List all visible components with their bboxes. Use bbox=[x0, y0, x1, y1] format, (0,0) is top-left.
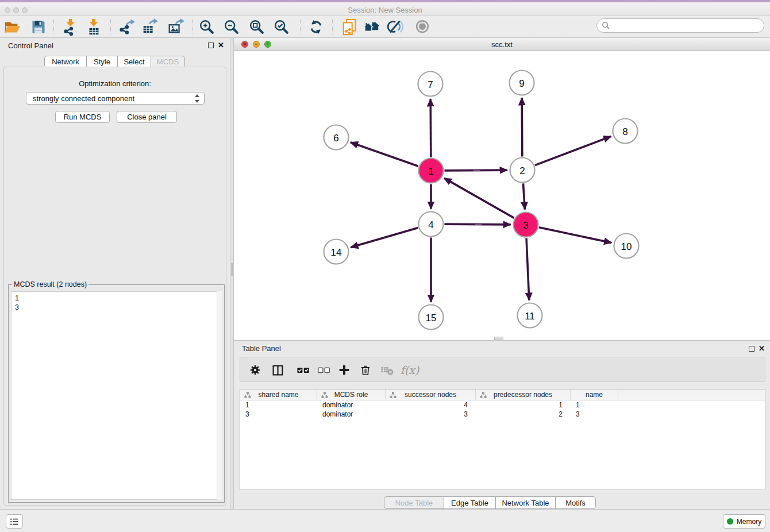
network-canvas[interactable]: 7968124314101511 bbox=[234, 51, 770, 340]
table-tab-motifs[interactable]: Motifs bbox=[556, 496, 596, 509]
column-header-predecessor-nodes[interactable]: predecessor nodes bbox=[476, 390, 571, 400]
node-label-1: 1 bbox=[428, 166, 433, 177]
select-all-icon[interactable] bbox=[294, 361, 313, 379]
edge-2-3[interactable] bbox=[523, 183, 525, 209]
table-panel-title: Table Panel bbox=[242, 344, 281, 353]
table-tab-edge-table[interactable]: Edge Table bbox=[444, 496, 496, 509]
node-label-15: 15 bbox=[426, 313, 437, 323]
network-graph[interactable]: 7968124314101511 bbox=[234, 51, 770, 340]
tab-select[interactable]: Select bbox=[118, 56, 151, 68]
tree-icon bbox=[390, 392, 396, 399]
import-table-icon[interactable] bbox=[84, 17, 103, 37]
float-panel-icon[interactable] bbox=[749, 346, 754, 352]
zoom-in-icon[interactable] bbox=[197, 17, 217, 37]
node-label-9: 9 bbox=[519, 78, 524, 89]
columns-icon[interactable] bbox=[268, 361, 287, 379]
tree-icon bbox=[321, 392, 328, 399]
memory-status-icon bbox=[727, 518, 733, 525]
toolbar-divider bbox=[53, 20, 54, 34]
zoom-selected-icon[interactable] bbox=[272, 17, 291, 37]
gear-icon[interactable] bbox=[246, 361, 264, 379]
new-network-from-selection-icon[interactable] bbox=[340, 17, 359, 37]
splitter-grip[interactable] bbox=[231, 263, 233, 276]
edge-4-14[interactable] bbox=[351, 228, 418, 248]
table-cell[interactable]: 1 bbox=[240, 400, 317, 410]
chevron-up-down-icon bbox=[194, 94, 201, 103]
window-titlebar: Session: New Session bbox=[0, 0, 770, 16]
tab-mcds[interactable]: MCDS bbox=[151, 56, 185, 68]
fit-content-icon[interactable] bbox=[247, 17, 267, 37]
close-panel-icon[interactable]: ✕ bbox=[218, 41, 224, 49]
table-cell[interactable]: dominator bbox=[317, 410, 386, 419]
search-input[interactable] bbox=[596, 18, 764, 33]
add-column-icon[interactable] bbox=[335, 361, 353, 379]
export-network-icon[interactable] bbox=[117, 17, 136, 37]
trash-icon[interactable] bbox=[356, 361, 375, 379]
save-icon[interactable] bbox=[29, 17, 48, 37]
edge-2-8[interactable] bbox=[535, 136, 611, 165]
edge-1-6[interactable] bbox=[351, 142, 418, 166]
network-overview-button[interactable] bbox=[6, 514, 23, 529]
function-builder-icon[interactable]: f(x) bbox=[401, 361, 419, 379]
table-toolbar: f(x) bbox=[240, 357, 765, 382]
import-network-icon[interactable] bbox=[61, 17, 80, 37]
search-icon bbox=[602, 21, 610, 30]
mcds-result-group: MCDS result (2 nodes) 13 bbox=[8, 284, 225, 503]
control-panel-tabs: NetworkStyleSelectMCDS bbox=[44, 56, 185, 68]
edge-3-10[interactable] bbox=[539, 228, 611, 243]
mcds-result-line: 3 bbox=[15, 303, 221, 312]
table-cell[interactable]: 1 bbox=[476, 400, 571, 410]
node-table[interactable]: shared name MCDS role successor nodes pr… bbox=[240, 389, 765, 490]
node-label-4: 4 bbox=[428, 219, 433, 230]
column-header-successor-nodes[interactable]: successor nodes bbox=[386, 390, 476, 400]
network-title: scc.txt bbox=[234, 40, 770, 49]
tab-network[interactable]: Network bbox=[44, 56, 87, 68]
edge-3-11[interactable] bbox=[526, 238, 529, 300]
first-neighbors-icon[interactable] bbox=[363, 17, 382, 37]
refresh-icon[interactable] bbox=[306, 17, 326, 37]
network-window-titlebar: ✕ − + scc.txt bbox=[234, 38, 770, 51]
node-label-11: 11 bbox=[525, 311, 535, 322]
hide-graphics-details-icon[interactable] bbox=[386, 17, 406, 37]
memory-button[interactable]: Memory bbox=[723, 514, 765, 529]
node-label-10: 10 bbox=[621, 241, 632, 252]
table-row[interactable]: 3dominator323 bbox=[240, 410, 765, 419]
table-cell[interactable]: 4 bbox=[386, 400, 476, 410]
float-panel-icon[interactable] bbox=[208, 43, 214, 48]
table-row[interactable]: 1dominator411 bbox=[240, 400, 765, 410]
result-scrollbar[interactable] bbox=[217, 291, 222, 500]
node-label-2: 2 bbox=[519, 165, 525, 176]
table-cell[interactable]: 3 bbox=[240, 410, 317, 419]
vertical-splitter[interactable] bbox=[230, 38, 234, 509]
edge-3-1[interactable] bbox=[444, 178, 514, 218]
table-cell[interactable]: 3 bbox=[571, 410, 618, 419]
table-cell[interactable]: dominator bbox=[317, 400, 386, 410]
show-graphics-details-icon[interactable] bbox=[413, 17, 432, 37]
open-folder-icon[interactable] bbox=[2, 17, 22, 37]
export-image-icon[interactable] bbox=[165, 17, 185, 37]
mcds-result-text[interactable]: 13 bbox=[11, 291, 222, 500]
edge-1-7[interactable] bbox=[430, 99, 431, 157]
close-panel-button[interactable]: Close panel bbox=[117, 111, 177, 123]
zoom-out-icon[interactable] bbox=[222, 17, 241, 37]
table-cell[interactable]: 1 bbox=[571, 400, 618, 410]
table-tab-node-table[interactable]: Node Table bbox=[384, 496, 444, 509]
unselect-all-icon[interactable] bbox=[315, 361, 333, 379]
column-header-shared-name[interactable]: shared name bbox=[240, 390, 317, 400]
run-mcds-button[interactable]: Run MCDS bbox=[55, 111, 110, 123]
export-table-icon[interactable] bbox=[140, 17, 159, 37]
criterion-dropdown[interactable]: strongly connected component bbox=[26, 92, 205, 105]
control-panel: Control Panel ✕ NetworkStyleSelectMCDS O… bbox=[0, 38, 230, 509]
node-label-7: 7 bbox=[428, 79, 433, 90]
column-header-name[interactable]: name bbox=[571, 390, 618, 400]
delete-table-icon[interactable] bbox=[378, 361, 396, 379]
column-header-mcds-role[interactable]: MCDS role bbox=[317, 390, 386, 400]
table-cell[interactable]: 3 bbox=[386, 410, 476, 419]
edge-2-9[interactable] bbox=[522, 98, 522, 156]
close-panel-icon[interactable]: ✕ bbox=[759, 344, 765, 353]
node-label-3: 3 bbox=[523, 220, 528, 231]
toolbar-divider bbox=[332, 20, 333, 34]
tab-style[interactable]: Style bbox=[87, 56, 118, 68]
table-cell[interactable]: 2 bbox=[476, 410, 571, 419]
table-tab-network-table[interactable]: Network Table bbox=[496, 496, 556, 509]
